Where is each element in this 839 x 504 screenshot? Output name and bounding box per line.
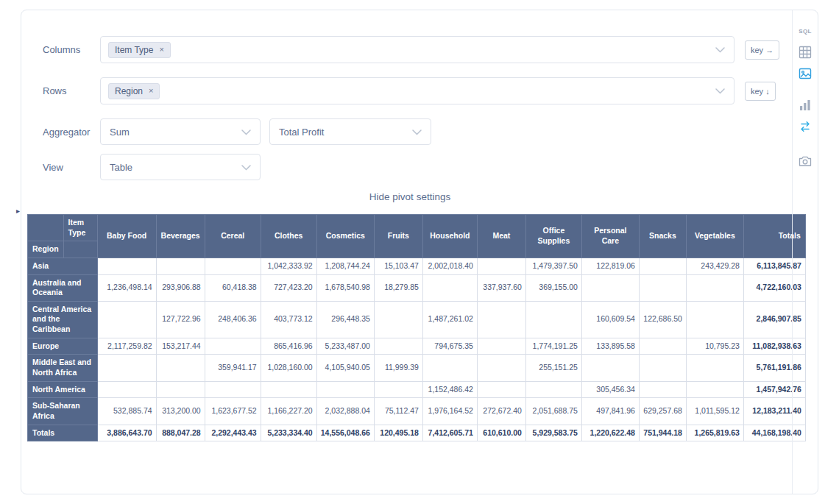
column-header: Cereal [205, 215, 261, 258]
value-cell [374, 381, 422, 398]
value-cell: 248,406.36 [205, 301, 261, 338]
column-total-cell: 1,265,819.63 [686, 425, 743, 441]
rows-control-row: Rows Region × key↓ [43, 77, 776, 104]
chip-label: Item Type [115, 45, 153, 55]
column-header: Snacks [639, 215, 686, 258]
value-cell: 272,672.40 [477, 398, 525, 425]
value-cell: 15,103.47 [374, 258, 422, 274]
collapse-panel-arrow[interactable]: ▸ [16, 207, 20, 215]
column-header: Fruits [374, 215, 422, 258]
rows-chip[interactable]: Region × [108, 83, 160, 99]
table-row: Asia1,042,333.921,208,744.2415,103.472,0… [28, 258, 806, 274]
table-row: Central America and the Caribbean127,722… [28, 301, 806, 338]
value-cell: 160,609.54 [581, 301, 639, 338]
value-cell [205, 338, 261, 355]
columns-chip[interactable]: Item Type × [108, 42, 171, 58]
column-header: Household [422, 215, 477, 258]
value-cell [686, 355, 743, 381]
view-label: View [43, 162, 100, 173]
bar-chart-icon[interactable] [798, 98, 813, 113]
rows-label: Rows [43, 85, 100, 96]
value-cell: 2,002,018.40 [422, 258, 477, 274]
pivot-panel: Columns Item Type × key→ Rows Region × [21, 10, 818, 494]
column-total-cell: 7,412,605.71 [422, 425, 477, 441]
value-cell [639, 355, 686, 381]
transfer-icon[interactable] [798, 119, 813, 134]
value-cell: 403,773.12 [261, 301, 316, 338]
value-cell [639, 338, 686, 355]
value-cell: 122,686.50 [639, 301, 686, 338]
value-cell: 497,841.96 [581, 398, 639, 425]
remove-chip-icon[interactable]: × [149, 87, 153, 95]
value-cell: 1,678,540.98 [316, 274, 374, 301]
chevron-down-icon[interactable] [241, 129, 251, 135]
row-header: Europe [28, 338, 98, 355]
camera-icon[interactable] [798, 154, 813, 168]
value-cell [97, 381, 156, 398]
value-cell [686, 381, 743, 398]
table-row: Middle East and North Africa359,941.171,… [28, 355, 806, 381]
value-cell: 1,028,160.00 [261, 355, 316, 381]
sql-icon[interactable]: SQL [798, 24, 813, 38]
value-cell: 153,217.44 [156, 338, 205, 355]
value-cell: 1,774,191.25 [525, 338, 581, 355]
value-cell: 255,151.25 [525, 355, 581, 381]
value-cell: 60,418.38 [205, 274, 261, 301]
column-total-cell: 751,944.18 [639, 425, 686, 441]
row-header: North America [28, 381, 98, 398]
aggregator-selected-value: Sum [110, 127, 130, 138]
view-selected-value: Table [110, 162, 132, 173]
column-header: Cosmetics [316, 215, 374, 258]
chevron-down-icon[interactable] [241, 165, 251, 171]
chevron-down-icon[interactable] [715, 88, 725, 94]
value-cell: 1,011,595.12 [686, 398, 743, 425]
pivot-table-container: Item TypeBaby FoodBeveragesCerealClothes… [27, 214, 806, 441]
value-cell [97, 258, 156, 274]
aggregator-field-select[interactable]: Total Profit [269, 118, 431, 145]
value-cell: 11,999.39 [374, 355, 422, 381]
rows-multiselect[interactable]: Region × [100, 77, 734, 104]
value-cell: 1,236,498.14 [97, 274, 156, 301]
pivot-table: Item TypeBaby FoodBeveragesCerealClothes… [27, 214, 806, 441]
aggregator-select[interactable]: Sum [100, 118, 261, 145]
value-cell: 1,166,227.20 [261, 398, 316, 425]
columns-key-button[interactable]: key→ [745, 40, 779, 60]
rows-key-button[interactable]: key↓ [745, 82, 776, 101]
value-cell: 629,257.68 [639, 398, 686, 425]
chip-label: Region [115, 86, 143, 96]
value-cell: 133,895.58 [581, 338, 639, 355]
value-cell: 2,051,688.75 [525, 398, 581, 425]
value-cell: 5,233,487.00 [316, 338, 374, 355]
view-select[interactable]: Table [100, 154, 261, 180]
remove-chip-icon[interactable]: × [159, 46, 163, 54]
column-total-cell: 1,220,622.48 [581, 425, 639, 441]
value-cell: 1,623,677.52 [205, 398, 261, 425]
chart-image-icon[interactable] [798, 66, 813, 81]
value-cell [581, 355, 639, 381]
hide-pivot-settings-link[interactable]: Hide pivot settings [27, 191, 793, 202]
value-cell [97, 301, 156, 338]
col-axis-label: Item Type [63, 215, 97, 241]
chevron-down-icon[interactable] [715, 47, 725, 53]
value-cell: 2,032,888.04 [316, 398, 374, 425]
view-control-row: View Table [43, 154, 261, 180]
chevron-down-icon[interactable] [412, 129, 422, 135]
column-header: Personal Care [581, 215, 639, 258]
value-cell: 1,152,486.42 [422, 381, 477, 398]
row-header: Central America and the Caribbean [28, 301, 98, 338]
value-cell [581, 274, 639, 301]
value-cell [422, 355, 477, 381]
column-total-cell: 3,886,643.70 [97, 425, 156, 441]
table-icon[interactable] [798, 45, 813, 60]
value-cell: 727,423.20 [261, 274, 316, 301]
value-cell [316, 381, 374, 398]
column-total-cell: 2,292,443.43 [205, 425, 261, 441]
key-down-arrow-icon: ↓ [765, 87, 770, 96]
value-cell: 305,456.34 [581, 381, 639, 398]
value-cell [205, 381, 261, 398]
value-cell: 4,105,940.05 [316, 355, 374, 381]
column-total-cell: 5,929,583.75 [525, 425, 581, 441]
value-cell [639, 381, 686, 398]
value-cell [156, 381, 205, 398]
columns-multiselect[interactable]: Item Type × [100, 36, 734, 63]
